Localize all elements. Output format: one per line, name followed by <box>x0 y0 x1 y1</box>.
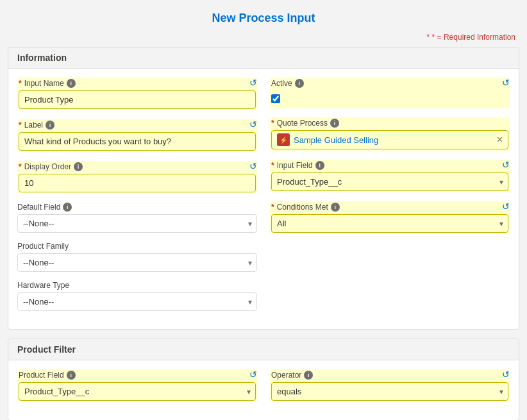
product-field-info-icon[interactable]: i <box>67 371 76 380</box>
label-group: * Label i ↺ <box>17 119 257 152</box>
operator-label: Operator i ↺ <box>271 371 508 380</box>
information-header: Information <box>8 47 519 69</box>
quote-process-label: * Quote Process i <box>271 119 508 128</box>
hardware-type-select[interactable]: --None-- <box>17 292 257 311</box>
operator-select[interactable]: equals <box>271 382 508 401</box>
quote-process-value: Sample Guided Selling <box>294 135 493 145</box>
operator-group: Operator i ↺ equals ▾ <box>270 369 510 402</box>
product-field-select[interactable]: Product_Type__c <box>19 382 256 401</box>
conditions-met-info-icon[interactable]: i <box>331 203 340 212</box>
conditions-met-select[interactable]: All <box>271 214 508 233</box>
product-family-label: Product Family <box>17 242 257 251</box>
quote-process-icon: ⚡ <box>277 133 290 146</box>
product-family-select[interactable]: --None-- <box>17 253 257 272</box>
default-field-info-icon[interactable]: i <box>63 203 72 212</box>
product-family-group: Product Family --None-- ▾ <box>17 242 257 272</box>
input-field-group: * Input Field i ↺ Product_Type__c ▾ <box>270 160 510 192</box>
operator-select-wrapper: equals ▾ <box>271 382 508 401</box>
input-field-info-icon[interactable]: i <box>315 161 324 170</box>
right-column: Active i ↺ * Quote Process i ⚡ Sample Gu… <box>270 78 510 320</box>
label-undo-icon[interactable]: ↺ <box>249 119 257 130</box>
input-name-field[interactable] <box>19 90 256 109</box>
product-field-label: Product Field i ↺ <box>19 371 256 380</box>
quote-process-group: * Quote Process i ⚡ Sample Guided Sellin… <box>270 117 510 151</box>
label-info-icon[interactable]: i <box>46 121 54 130</box>
product-family-select-wrapper: --None-- ▾ <box>17 253 257 272</box>
active-undo-icon[interactable]: ↺ <box>502 78 510 88</box>
product-filter-body: Product Field i ↺ Product_Type__c ▾ Oper… <box>8 360 519 420</box>
active-group: Active i ↺ <box>270 78 510 108</box>
operator-info-icon[interactable]: i <box>304 371 313 380</box>
quote-process-clear-button[interactable]: × <box>497 135 503 145</box>
conditions-met-undo-icon[interactable]: ↺ <box>502 201 510 212</box>
default-field-label: Default Field i <box>17 203 257 212</box>
active-label: Active i ↺ <box>271 79 508 88</box>
product-field-group: Product Field i ↺ Product_Type__c ▾ <box>17 369 257 402</box>
input-field-undo-icon[interactable]: ↺ <box>502 160 510 170</box>
information-section: Information * Input Name i ↺ * Label i <box>8 47 519 330</box>
product-field-select-wrapper: Product_Type__c ▾ <box>19 382 256 401</box>
active-info-icon[interactable]: i <box>295 79 304 88</box>
default-field-group: Default Field i --None-- ▾ <box>17 203 257 233</box>
active-checkbox-wrapper <box>271 90 508 107</box>
display-order-label: * Display Order i ↺ <box>19 162 256 171</box>
product-filter-section: Product Filter Product Field i ↺ Product… <box>8 339 519 420</box>
input-name-info-icon[interactable]: i <box>67 79 76 88</box>
conditions-met-select-wrapper: All ▾ <box>271 214 508 233</box>
display-order-info-icon[interactable]: i <box>74 162 83 171</box>
display-order-field[interactable] <box>19 174 256 192</box>
hardware-type-label: Hardware Type <box>17 281 257 290</box>
conditions-met-group: * Conditions Met i ↺ All ▾ <box>270 201 510 234</box>
left-column: * Input Name i ↺ * Label i ↺ <box>17 78 257 320</box>
input-name-group: * Input Name i ↺ <box>17 78 257 110</box>
label-field[interactable] <box>19 132 256 151</box>
hardware-type-group: Hardware Type --None-- ▾ <box>17 281 257 311</box>
display-order-undo-icon[interactable]: ↺ <box>249 161 257 171</box>
default-field-select-wrapper: --None-- ▾ <box>17 214 257 233</box>
quote-process-info-icon[interactable]: i <box>330 119 339 128</box>
product-field-undo-icon[interactable]: ↺ <box>249 369 257 380</box>
display-order-group: * Display Order i ↺ <box>17 161 257 194</box>
quote-process-field: ⚡ Sample Guided Selling × <box>271 130 508 149</box>
information-body: * Input Name i ↺ * Label i ↺ <box>8 69 519 329</box>
input-field-select-wrapper: Product_Type__c ▾ <box>271 172 508 191</box>
required-note: * * = Required Information <box>0 33 527 47</box>
label-label: * Label i ↺ <box>19 121 256 130</box>
operator-undo-icon[interactable]: ↺ <box>502 369 510 380</box>
input-field-select[interactable]: Product_Type__c <box>271 172 508 191</box>
input-field-label: * Input Field i ↺ <box>271 161 508 170</box>
default-field-select[interactable]: --None-- <box>17 214 257 233</box>
product-filter-header: Product Filter <box>8 339 519 360</box>
input-name-undo-icon[interactable]: ↺ <box>249 78 257 88</box>
hardware-type-select-wrapper: --None-- ▾ <box>17 292 257 311</box>
page-title: New Process Input <box>0 0 527 33</box>
input-name-label: * Input Name i ↺ <box>19 79 256 88</box>
conditions-met-label: * Conditions Met i ↺ <box>271 203 508 212</box>
active-checkbox[interactable] <box>271 94 280 103</box>
